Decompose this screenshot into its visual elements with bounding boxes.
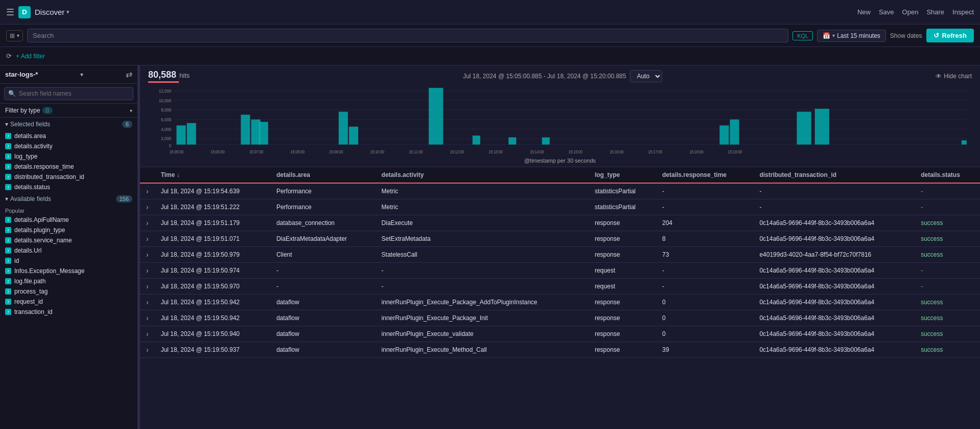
available-field-item[interactable]: frequest_id: [0, 297, 137, 307]
available-fields-header[interactable]: ▾ Available fields 156: [0, 192, 137, 206]
search-type-selector[interactable]: ⊞ ▾: [6, 30, 23, 41]
available-field-item[interactable]: fid: [0, 256, 137, 266]
kql-button[interactable]: KQL: [792, 31, 813, 40]
available-field-item[interactable]: fInfos.Exception_Message: [0, 266, 137, 276]
activity-cell: DiaExecute: [376, 215, 589, 231]
col-area[interactable]: details.area: [270, 167, 376, 183]
expand-button[interactable]: ›: [146, 314, 149, 322]
available-field-item[interactable]: fdetails.service_name: [0, 235, 137, 245]
area-cell: dataflow: [270, 326, 376, 342]
expand-button[interactable]: ›: [146, 266, 149, 275]
available-field-item[interactable]: fprocess_tag: [0, 286, 137, 297]
selected-field-item[interactable]: fdetails.area: [0, 131, 137, 141]
selected-field-item[interactable]: fdistributed_transaction_id: [0, 172, 137, 182]
selected-field-item[interactable]: flog_type: [0, 151, 137, 162]
field-type-icon: f: [5, 184, 11, 190]
sidebar-toggle-icon[interactable]: ⇄: [126, 70, 132, 79]
expand-cell[interactable]: ›: [140, 342, 155, 358]
field-type-icon: f: [5, 237, 11, 243]
field-name: details.ApiFullName: [14, 216, 69, 223]
col-time[interactable]: Time ↓: [155, 167, 270, 183]
selected-field-item[interactable]: fdetails.status: [0, 182, 137, 192]
expand-button[interactable]: ›: [146, 203, 149, 211]
svg-rect-29: [962, 141, 967, 145]
table-container[interactable]: Time ↓ details.area details.activity log…: [140, 167, 980, 429]
expand-button[interactable]: ›: [146, 346, 149, 354]
selected-field-item[interactable]: fdetails.response_time: [0, 162, 137, 172]
expand-button[interactable]: ›: [146, 219, 149, 227]
selected-fields-header[interactable]: ▾ Selected fields 6: [0, 118, 137, 131]
activity-cell: innerRunPlugin_Execute_Package_Init: [376, 310, 589, 326]
expand-cell[interactable]: ›: [140, 183, 155, 199]
app-title-chevron[interactable]: ▾: [66, 9, 69, 15]
field-type-icon: f: [5, 299, 11, 305]
expand-cell[interactable]: ›: [140, 263, 155, 279]
search-placeholder: Search: [33, 32, 54, 39]
selected-field-item[interactable]: fdetails.activity: [0, 141, 137, 151]
svg-text:15:19:00: 15:19:00: [728, 150, 742, 155]
filter-type-chevron: ▾: [130, 108, 132, 114]
svg-text:15:14:00: 15:14:00: [530, 150, 544, 155]
expand-cell[interactable]: ›: [140, 295, 155, 310]
expand-button[interactable]: ›: [146, 330, 149, 338]
expand-cell[interactable]: ›: [140, 279, 155, 295]
search-bar: ⊞ ▾ Search KQL 📅 ▾ Last 15 minutes Show …: [0, 25, 980, 47]
svg-rect-19: [339, 112, 348, 145]
chart-svg: 12,000 10,000 8,000 6,000 4,000 2,000 0: [148, 85, 972, 156]
col-logtype[interactable]: log_type: [589, 167, 656, 183]
col-activity[interactable]: details.activity: [376, 167, 589, 183]
search-type-icon: ⊞: [10, 32, 15, 39]
expand-button[interactable]: ›: [146, 235, 149, 243]
svg-text:10,000: 10,000: [159, 98, 172, 103]
time-range-picker[interactable]: 📅 ▾ Last 15 minutes: [817, 30, 886, 42]
table-row: › Jul 18, 2024 @ 15:19:51.179 database_c…: [140, 215, 980, 231]
expand-cell[interactable]: ›: [140, 199, 155, 215]
filter-by-type-row[interactable]: Filter by type 0 ▾: [0, 104, 137, 118]
expand-button[interactable]: ›: [146, 251, 149, 259]
expand-button[interactable]: ›: [146, 298, 149, 306]
field-type-icon: f: [5, 309, 11, 315]
expand-button[interactable]: ›: [146, 282, 149, 290]
svg-text:15:16:00: 15:16:00: [610, 150, 623, 155]
add-filter-button[interactable]: + Add filter: [16, 53, 45, 60]
search-fields-input[interactable]: [4, 87, 133, 100]
refresh-button[interactable]: ↺ Refresh: [926, 29, 974, 42]
main-layout: star-logs-* ▾ ⇄ 🔍 Filter by type 0 ▾ ▾: [0, 65, 980, 429]
transaction-id-cell: e40199d3-4020-4aa7-8f54-bf72c70f7816: [753, 247, 915, 263]
expand-cell[interactable]: ›: [140, 247, 155, 263]
expand-cell[interactable]: ›: [140, 310, 155, 326]
new-button[interactable]: New: [857, 8, 871, 16]
save-button[interactable]: Save: [879, 8, 894, 16]
open-button[interactable]: Open: [902, 8, 919, 16]
available-field-item[interactable]: fdetails.plugin_type: [0, 225, 137, 235]
time-cell: Jul 18, 2024 @ 15:19:50.942: [155, 295, 270, 310]
expand-cell[interactable]: ›: [140, 215, 155, 231]
hamburger-menu[interactable]: ☰: [6, 7, 14, 18]
svg-rect-16: [241, 115, 250, 144]
svg-text:15:07:00: 15:07:00: [249, 150, 263, 155]
inspect-button[interactable]: Inspect: [952, 8, 974, 16]
show-dates-button[interactable]: Show dates: [890, 32, 922, 39]
transaction-id-cell: 0c14a6a5-9696-449f-8b3c-3493b006a6a4: [753, 342, 915, 358]
available-field-item[interactable]: flog.file.path: [0, 276, 137, 286]
col-response-time[interactable]: details.response_time: [656, 167, 753, 183]
hide-chart-button[interactable]: 👁 Hide chart: [936, 73, 972, 80]
index-selector[interactable]: star-logs-* ▾ ⇄: [0, 65, 137, 84]
col-transaction-id[interactable]: distributed_transaction_id: [753, 167, 915, 183]
popular-label: Popular: [0, 206, 137, 215]
available-field-item[interactable]: fdetails.Url: [0, 245, 137, 256]
col-status[interactable]: details.status: [915, 167, 980, 183]
auto-select[interactable]: Auto: [630, 70, 662, 82]
field-type-icon: f: [5, 288, 11, 295]
share-button[interactable]: Share: [926, 8, 944, 16]
field-name: log_type: [14, 153, 37, 160]
available-field-item[interactable]: ftransaction_id: [0, 307, 137, 317]
expand-cell[interactable]: ›: [140, 326, 155, 342]
hits-info: 80,588 hits: [148, 70, 190, 83]
search-input-area[interactable]: Search: [27, 29, 788, 42]
expand-button[interactable]: ›: [146, 187, 149, 195]
field-type-icon: f: [5, 164, 11, 170]
expand-cell[interactable]: ›: [140, 231, 155, 247]
available-field-item[interactable]: fdetails.ApiFullName: [0, 215, 137, 225]
chart-area: 80,588 hits Jul 18, 2024 @ 15:05:00.885 …: [140, 65, 980, 167]
